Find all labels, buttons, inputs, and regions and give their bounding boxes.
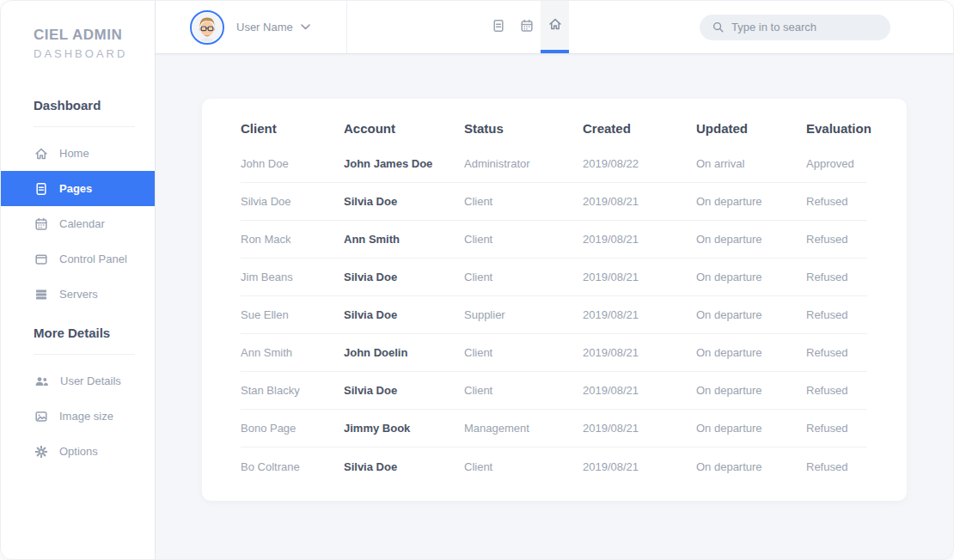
cell-evaluation: Refused [806,195,867,208]
cell-updated: On departure [696,233,806,246]
table-body: John DoeJohn James DoeAdministrator2019/… [241,145,867,485]
cell-evaluation: Refused [806,308,867,321]
cell-client: Sue Ellen [241,308,344,321]
tab-file[interactable] [484,1,512,53]
file-icon [492,19,505,36]
table-header-row: ClientAccountStatusCreatedUpdatedEvaluat… [241,111,867,145]
cell-evaluation: Refused [806,271,867,283]
sidebar-item-image-size[interactable]: Image size [1,399,155,434]
cell-updated: On departure [696,308,806,321]
user-avatar[interactable] [190,10,224,45]
sidebar-item-label: User Details [60,374,121,387]
cell-updated: On departure [696,346,806,359]
cell-client: John Doe [241,157,344,170]
column-header-client: Client [241,121,344,136]
cell-account: Silvia Doe [344,195,464,208]
search-input[interactable] [731,21,878,33]
cell-status: Client [464,195,583,208]
chevron-down-icon [301,24,310,30]
cell-account: Silvia Doe [344,308,464,321]
logo-subtitle: DASHBOARD [34,47,155,60]
tab-home[interactable] [541,1,569,53]
cell-updated: On arrival [696,157,806,170]
sidebar-item-options[interactable]: Options [1,434,155,469]
table-row[interactable]: Stan BlackySilvia DoeClient2019/08/21On … [241,372,867,410]
table-row[interactable]: Silvia DoeSilvia DoeClient2019/08/21On d… [241,183,867,221]
cell-status: Client [464,346,583,359]
main-content: ClientAccountStatusCreatedUpdatedEvaluat… [156,54,953,559]
sidebar-section-header: Dashboard [1,98,155,113]
image-icon [34,410,48,423]
sidebar-item-label: Calendar [59,217,105,230]
cell-updated: On departure [696,460,806,473]
cell-updated: On departure [696,422,806,435]
sidebar-item-label: Control Panel [59,253,127,265]
main-area: User Name ClientAccountStatusCreatedUpda… [156,1,953,559]
gear-icon [34,445,48,459]
cell-account: Jimmy Book [344,422,464,435]
data-table-card: ClientAccountStatusCreatedUpdatedEvaluat… [202,99,907,501]
sidebar-item-home[interactable]: Home [1,136,155,171]
calendar-icon [520,19,534,36]
user-menu[interactable]: User Name [156,1,347,53]
cell-created: 2019/08/21 [583,422,696,435]
cell-client: Jim Beans [241,271,344,283]
cell-account: Silvia Doe [344,460,464,473]
cell-created: 2019/08/22 [583,157,696,170]
table-row[interactable]: John DoeJohn James DoeAdministrator2019/… [241,145,867,183]
sidebar-item-label: Servers [59,288,98,301]
search-icon [712,21,725,33]
cell-evaluation: Approved [806,157,867,170]
cell-created: 2019/08/21 [583,233,696,246]
cell-created: 2019/08/21 [583,195,696,208]
sidebar-item-calendar[interactable]: Calendar [1,206,155,241]
sidebar-item-label: Image size [59,410,113,423]
sidebar: CIEL ADMIN DASHBOARD DashboardHomePagesC… [1,1,156,559]
cell-account: Silvia Doe [344,384,464,397]
table-row[interactable]: Ann SmithJohn DoelinClient2019/08/21On d… [241,334,867,372]
panel-icon [34,253,48,266]
table-row[interactable]: Bo ColtraneSilvia DoeClient2019/08/21On … [241,447,867,485]
tab-calendar[interactable] [512,1,541,53]
sidebar-item-label: Options [59,445,98,458]
table-row[interactable]: Bono PageJimmy BookManagement2019/08/21O… [241,410,867,447]
sidebar-item-servers[interactable]: Servers [1,277,155,312]
cell-evaluation: Refused [806,460,867,473]
cell-evaluation: Refused [806,384,867,397]
app-window: CIEL ADMIN DASHBOARD DashboardHomePagesC… [0,0,954,560]
cell-account: Silvia Doe [344,271,464,283]
calendar-icon [34,217,48,231]
cell-account: John James Doe [344,157,464,170]
divider [34,354,135,355]
cell-updated: On departure [696,271,806,283]
sidebar-section-header: More Details [1,326,155,340]
cell-status: Client [464,271,583,283]
table-row[interactable]: Jim BeansSilvia DoeClient2019/08/21On de… [241,259,867,296]
sidebar-item-user-details[interactable]: User Details [1,363,155,399]
cell-status: Client [464,233,583,246]
users-icon [34,374,49,388]
column-header-created: Created [583,121,696,136]
cell-status: Supplier [464,308,583,321]
topbar-tabs [484,1,569,53]
table-row[interactable]: Sue EllenSilvia DoeSupplier2019/08/21On … [241,296,867,334]
sidebar-item-pages[interactable]: Pages [1,171,155,206]
cell-status: Management [464,422,583,435]
column-header-status: Status [464,121,583,136]
cell-created: 2019/08/21 [583,346,696,359]
column-header-account: Account [344,121,464,136]
cell-created: 2019/08/21 [583,271,696,283]
sidebar-item-control-panel[interactable]: Control Panel [1,241,155,277]
logo-title: CIEL ADMIN [34,27,155,44]
column-header-evaluation: Evaluation [806,121,871,136]
cell-created: 2019/08/21 [583,308,696,321]
cell-client: Silvia Doe [241,195,344,208]
cell-client: Stan Blacky [241,384,344,397]
sidebar-item-label: Pages [59,182,92,195]
divider [34,126,135,127]
cell-created: 2019/08/21 [583,384,696,397]
table-row[interactable]: Ron MackAnn SmithClient2019/08/21On depa… [241,221,867,259]
sidebar-nav: DashboardHomePagesCalendarControl PanelS… [1,98,155,469]
cell-updated: On departure [696,195,806,208]
column-header-updated: Updated [696,121,806,136]
